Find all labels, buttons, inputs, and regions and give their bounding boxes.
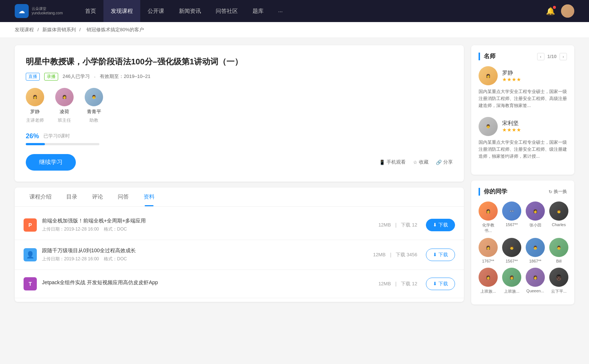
resource-info-0: 前端全栈加强版！前端全栈+全周期+多端应用 上传日期：2019-12-28 16… [42,218,378,232]
logo-area[interactable]: ☁ 云朵课堂 yunduoketang.com [15,4,63,18]
classmate-item-11[interactable]: 👨🏿 云下平... [549,268,568,294]
phone-watch-button[interactable]: 📱 手机观看 [379,159,406,165]
resource-stats-1: 12MB ｜ 下载 3456 [373,251,417,258]
logo-text: 云朵课堂 yunduoketang.com [32,7,63,15]
user-avatar[interactable] [561,4,574,18]
resource-name-2: Jetpack全组件实战 开发短视频应用高仿皮皮虾App [42,279,378,286]
navbar: ☁ 云朵课堂 yunduoketang.com 首页 发现课程 公开课 新闻资讯… [0,0,589,22]
classmate-name-4: 1767** [482,259,494,263]
progress-section: 26% 已学习0课时 [26,132,453,145]
teacher-sidebar-item-1: 👨 宋利坚 ★★★★ 国内某重点大学安全工程专业硕士，国家一级注册消防工程师、注… [479,117,567,160]
classmate-avatar-2: 👩 [526,201,545,221]
nav-qa[interactable]: 问答社区 [208,0,245,22]
download-button-1[interactable]: ⬇ 下载 [426,249,455,261]
resource-stats-2: 12MB ｜ 下载 12 [378,281,417,287]
valid-until: 有效期至：2019–10–21 [100,73,150,80]
tag-live: 直播 [26,73,40,81]
nav-more[interactable]: ··· [271,0,290,22]
tab-catalog[interactable]: 目录 [59,188,85,206]
breadcrumb-link-series[interactable]: 新媒体营销系列 [42,27,76,32]
meta-dot: · [94,74,96,79]
classmate-item-8[interactable]: 👩 上班族... [479,268,498,294]
progress-bar-fill [26,143,45,145]
resource-stats-0: 12MB ｜ 下载 12 [378,222,417,228]
classmate-item-4[interactable]: 👩 1767** [479,238,498,263]
teacher-sidebar-name-1: 宋利坚 [502,120,521,127]
classmate-item-10[interactable]: 👩 Queeen... [526,268,545,294]
classmate-item-5[interactable]: 👨 1567** [502,238,521,263]
star-icon: ☆ [413,160,417,165]
classmates-sidebar-card: 你的同学 ↻ 换一换 👩 化学教书... 👓 1567** 👩 [471,181,574,304]
students-count: 246人已学习 [63,73,90,80]
teacher-role-0: 主讲老师 [26,117,44,124]
continue-learning-button[interactable]: 继续学习 [26,154,76,171]
resource-icon-1: 👤 [24,248,37,261]
teacher-avatar-2: 👨 [85,88,103,106]
classmate-item-0[interactable]: 👩 化学教书... [479,201,498,233]
breadcrumb-link-discover[interactable]: 发现课程 [15,27,34,32]
classmate-item-9[interactable]: 👩 上班族... [502,268,521,294]
refresh-classmates-button[interactable]: ↻ 换一换 [549,189,567,195]
next-page-btn[interactable]: › [560,53,567,60]
teacher-sidebar-info-1: 宋利坚 ★★★★ [502,120,521,133]
tab-material[interactable]: 资料 [136,188,162,206]
resource-list: P 前端全栈加强版！前端全栈+全周期+多端应用 上传日期：2019-12-28 … [15,207,464,302]
share-icon: 🔗 [436,160,442,165]
teachers-sidebar-title: 名师 ‹ 1/10 › [479,53,567,60]
nav-home[interactable]: 首页 [78,0,103,22]
tab-qa[interactable]: 问答 [110,188,136,206]
teacher-avatar-1: 👩 [55,88,74,106]
tabs-nav: 课程介绍 目录 评论 问答 资料 [15,188,464,207]
resource-item: 👤 跟随千万级项目从0到100全过程高效成长 上传日期：2019-12-28 1… [15,240,464,270]
resource-item: P 前端全栈加强版！前端全栈+全周期+多端应用 上传日期：2019-12-28 … [15,210,464,240]
progress-bar-bg [26,143,99,145]
breadcrumb-current: 销冠修炼术搞定80%的客户 [87,27,144,32]
teacher-sidebar-info-0: 罗静 ★★★★ [502,69,521,82]
classmate-avatar-6: 👨 [526,238,545,257]
teacher-desc-0: 国内某重点大学安全工程专业硕士，国家一级注册消防工程师、注册安全工程师、高级注册… [479,88,567,110]
teacher-item-0: 👩 罗静 主讲老师 [26,88,44,124]
classmate-item-3[interactable]: 👨 Charles [549,201,568,233]
classmate-avatar-4: 👩 [479,238,498,257]
tab-intro[interactable]: 课程介绍 [22,188,59,206]
classmate-item-1[interactable]: 👓 1567** [502,201,521,233]
nav-discover[interactable]: 发现课程 [103,0,140,22]
classmate-name-8: 上班族... [480,289,496,294]
classmate-item-7[interactable]: 👨 Bill [549,238,568,263]
classmate-avatar-9: 👩 [502,268,521,287]
classmate-name-2: 张小田 [529,222,542,228]
teacher-sidebar-avatar-0: 👩 [479,66,498,85]
sidebar-pagination: ‹ 1/10 › [537,53,567,60]
logo-icon: ☁ [18,7,25,15]
collect-button[interactable]: ☆ 收藏 [413,159,428,165]
download-button-0[interactable]: ⬇ 下载 [426,219,455,231]
resource-meta-0: 上传日期：2019-12-28 16:00 格式：DOC [42,226,378,232]
course-title: 明星中教授课，小学阶段语法100分–强化级第1讲动词（一） [26,56,453,68]
nav-right: 🔔 [546,4,574,18]
tab-review[interactable]: 评论 [85,188,110,206]
classmate-item-2[interactable]: 👩 张小田 [526,201,545,233]
nav-open[interactable]: 公开课 [140,0,172,22]
nav-quiz[interactable]: 题库 [245,0,271,22]
action-buttons: 📱 手机观看 ☆ 收藏 🔗 分享 [379,159,453,165]
classmate-item-6[interactable]: 👨 1867** [526,238,545,263]
refresh-icon: ↻ [549,189,552,195]
prev-page-btn[interactable]: ‹ [537,53,544,60]
teacher-stars-0: ★★★★ [502,76,521,82]
teacher-sidebar-row-0: 👩 罗静 ★★★★ [479,66,567,85]
logo-box: ☁ [15,4,29,18]
notification-bell[interactable]: 🔔 [546,7,555,15]
notification-dot [553,6,556,9]
share-button[interactable]: 🔗 分享 [436,159,453,165]
teacher-item-1: 👩 凌荷 班主任 [55,88,74,124]
classmate-name-11: 云下平... [551,289,567,294]
download-button-2[interactable]: ⬇ 下载 [426,278,455,290]
teacher-name-1: 凌荷 [60,108,69,115]
teacher-role-2: 助教 [89,117,98,124]
teacher-name-0: 罗静 [30,108,40,115]
progress-text: 已学习0课时 [43,133,70,139]
teacher-sidebar-name-0: 罗静 [502,69,521,76]
resource-name-0: 前端全栈加强版！前端全栈+全周期+多端应用 [42,218,378,224]
classmates-sidebar-title: 你的同学 ↻ 换一换 [479,188,567,196]
nav-news[interactable]: 新闻资讯 [172,0,208,22]
